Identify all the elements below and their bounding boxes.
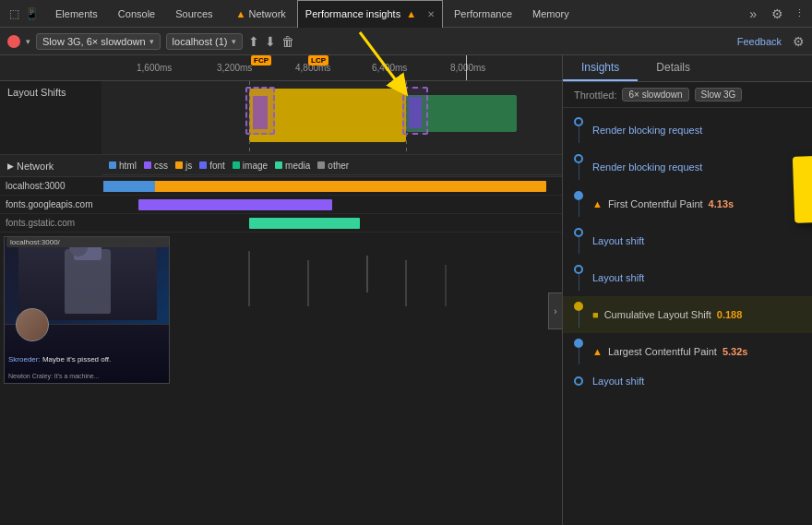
- network-expand-icon[interactable]: ▶: [7, 161, 14, 171]
- insight-layout-shift-1[interactable]: Layout shift: [563, 222, 812, 259]
- network-throttle-label: Slow 3G, 6× slowdown: [42, 36, 146, 47]
- insight-cls[interactable]: ■ Cumulative Layout Shift 0.188: [563, 296, 812, 333]
- host-chevron: ▾: [232, 37, 236, 46]
- tab-close-btn[interactable]: ✕: [427, 9, 435, 19]
- legend-image: image: [233, 161, 268, 171]
- net-bar-js: [103, 181, 546, 192]
- inspect-icon[interactable]: ⬚: [9, 7, 19, 20]
- tab-elements[interactable]: Elements: [46, 0, 107, 28]
- host-dropdown[interactable]: localhost (1) ▾: [166, 33, 243, 50]
- upload-icon[interactable]: ⬆: [248, 34, 259, 49]
- network-row-gstatic[interactable]: fonts.gstatic.com: [0, 214, 562, 233]
- lcp-warn-icon: ▲: [592, 346, 603, 357]
- fcp-label: First Contentful Paint: [608, 198, 703, 209]
- chat-text: Skroeder: Maybe it's pissed off.: [8, 355, 111, 364]
- chat-message: Maybe it's pissed off.: [42, 355, 111, 364]
- network-bars-1: [102, 177, 562, 195]
- layout-shifts-label: Layout Shifts: [0, 81, 102, 103]
- tab-details[interactable]: Details: [638, 55, 709, 81]
- vbar-1: [248, 251, 250, 306]
- tab-insights[interactable]: Insights: [563, 55, 638, 81]
- fcp-flag: FCP: [251, 55, 271, 66]
- settings-icon[interactable]: ⚙: [766, 6, 789, 21]
- legend-media: media: [275, 161, 310, 171]
- insight-dot-7: [574, 339, 583, 348]
- record-button[interactable]: [7, 35, 20, 48]
- network-row-localhost[interactable]: localhost:3000: [0, 177, 562, 196]
- render-blocking-link-2[interactable]: Render blocking request: [592, 161, 702, 173]
- layout-shift-link-1[interactable]: Layout shift: [592, 235, 644, 246]
- download-icon[interactable]: ⬇: [265, 34, 276, 49]
- time-3200: 3,200ms: [217, 63, 252, 73]
- time-8000: 8,000ms: [450, 63, 485, 73]
- insight-render-blocking-2[interactable]: Render blocking request: [563, 149, 812, 185]
- layout-shift-link-2[interactable]: Layout shift: [592, 272, 644, 283]
- url-bar: localhost:3000/: [6, 237, 169, 247]
- legend-js: js: [175, 161, 192, 171]
- insight-dot-4: [574, 228, 583, 237]
- network-label: Network: [17, 161, 54, 172]
- tab-console[interactable]: Console: [109, 0, 164, 28]
- network-host-1: localhost:3000: [0, 181, 102, 191]
- insight-layout-shift-2[interactable]: Layout shift: [563, 259, 812, 296]
- network-row-googleapis[interactable]: fonts.googleapis.com: [0, 196, 562, 214]
- insight-lcp[interactable]: ▲ Largest Contentful Paint 5.32s: [563, 333, 812, 370]
- lcp-insight: ▲ Largest Contentful Paint 5.32s: [592, 346, 747, 357]
- cls-value: 0.188: [717, 309, 743, 320]
- vbar-2: [307, 260, 309, 306]
- vbar-4: [405, 260, 407, 306]
- connector-line-6: [579, 311, 579, 328]
- render-blocking-link-1[interactable]: Render blocking request: [592, 125, 702, 136]
- network-throttle-dropdown[interactable]: Slow 3G, 6× slowdown ▾: [36, 33, 161, 50]
- font-color: [199, 161, 207, 169]
- delete-icon[interactable]: 🗑: [281, 34, 294, 49]
- layout-shift-link-3[interactable]: Layout shift: [592, 376, 644, 387]
- chat-area: Skroeder: Maybe it's pissed off.: [8, 355, 111, 364]
- lcp-value: 5.32s: [722, 346, 748, 357]
- avatar: [16, 308, 49, 341]
- connector-line-5: [579, 274, 579, 291]
- fcp-insight: ▲ First Contentful Paint 4.13s: [592, 198, 734, 209]
- insight-fcp[interactable]: ▲ First Contentful Paint 4.13s: [563, 185, 812, 222]
- vbar-3: [366, 256, 368, 292]
- tab-sources[interactable]: Sources: [166, 0, 221, 28]
- vbar-5: [445, 265, 447, 306]
- tab-network[interactable]: ▲ Network: [224, 0, 295, 28]
- tab-memory[interactable]: Memory: [523, 0, 579, 28]
- throttle-speed-badge: 6× slowdown: [622, 88, 688, 101]
- lcp-label: Largest Contentful Paint: [608, 346, 717, 357]
- more-tabs-icon[interactable]: »: [742, 6, 764, 21]
- network-legend: html css js font image: [102, 157, 562, 175]
- insights-list: Render blocking request Render blocking …: [563, 108, 812, 525]
- timeline-cursor: [466, 55, 467, 80]
- feedback-link[interactable]: Feedback: [737, 36, 782, 47]
- time-1600: 1,600ms: [137, 63, 172, 73]
- warn-icon: ▲: [236, 8, 246, 19]
- fcp-marker: FCP: [251, 55, 271, 66]
- network-header: ▶ Network html css js fo: [0, 155, 562, 177]
- chat-name: Skroeder:: [8, 355, 41, 364]
- insight-render-blocking-1[interactable]: Render blocking request: [563, 112, 812, 149]
- warn-icon-active: ▲: [406, 8, 416, 19]
- expand-button[interactable]: ›: [548, 292, 563, 329]
- connector-line-7: [579, 348, 579, 364]
- legend-font: font: [199, 161, 225, 171]
- device-icon[interactable]: 📱: [25, 7, 39, 20]
- connector-line-4: [579, 237, 579, 254]
- tab-performance[interactable]: Performance: [445, 0, 521, 28]
- network-host-3: fonts.gstatic.com: [0, 218, 102, 228]
- insight-layout-shift-3[interactable]: Layout shift: [563, 370, 812, 392]
- more-options-icon[interactable]: ⋮: [791, 7, 808, 19]
- callout-arrow: [304, 23, 415, 97]
- settings-gear-icon[interactable]: ⚙: [793, 34, 805, 49]
- connector-line-3: [579, 200, 579, 217]
- fcp-value: 4.13s: [709, 198, 734, 209]
- record-chevron[interactable]: ▾: [26, 37, 30, 46]
- cls-warn-icon: ■: [592, 309, 599, 320]
- net-bar-html: [103, 181, 155, 192]
- other-color: [317, 161, 325, 169]
- page-view-area: localhost:3000/ Skroeder: Maybe it's pis…: [0, 233, 562, 389]
- legend-css: css: [144, 161, 168, 171]
- media-color: [275, 161, 282, 169]
- timeline-panel: 1,600ms 3,200ms 4,800ms 6,400ms 8,000ms …: [0, 55, 563, 525]
